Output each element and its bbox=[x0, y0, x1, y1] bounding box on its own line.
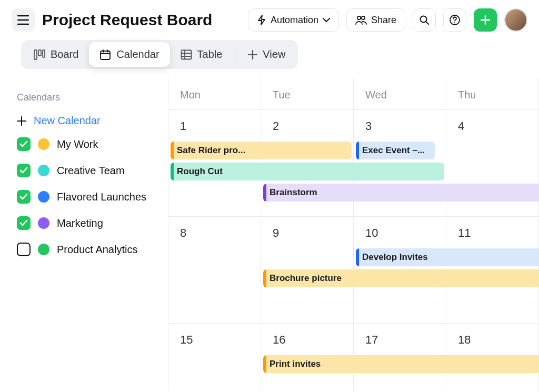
tab-add-view[interactable]: View bbox=[237, 42, 296, 67]
event-label: Print invites bbox=[270, 359, 321, 369]
day-number: 8 bbox=[180, 226, 249, 240]
day-header: Thu bbox=[446, 78, 539, 109]
lightning-icon bbox=[257, 15, 266, 25]
day-number: 11 bbox=[458, 226, 527, 240]
share-button[interactable]: Share bbox=[346, 8, 405, 32]
day-number: 1 bbox=[180, 119, 249, 133]
svg-rect-8 bbox=[101, 51, 110, 59]
table-icon bbox=[181, 49, 192, 60]
day-number: 10 bbox=[365, 226, 434, 240]
menu-button[interactable] bbox=[12, 8, 35, 32]
help-icon bbox=[449, 14, 461, 26]
new-calendar-label: New Calendar bbox=[34, 115, 101, 127]
color-dot bbox=[38, 138, 49, 150]
svg-point-2 bbox=[421, 16, 427, 23]
color-dot bbox=[38, 217, 49, 229]
checkbox[interactable] bbox=[17, 137, 31, 151]
day-header: Mon bbox=[168, 78, 261, 109]
event-label: Brochure picture bbox=[270, 273, 342, 284]
tab-board[interactable]: Board bbox=[23, 42, 89, 67]
event-stripe bbox=[171, 163, 174, 180]
event-label: Exec Event –... bbox=[362, 145, 425, 156]
calendar-filter-label: Flavored Launches bbox=[57, 191, 146, 203]
tab-separator bbox=[235, 47, 235, 63]
calendar-day-cell[interactable]: 8 bbox=[168, 217, 261, 323]
event-label: Rough Cut bbox=[177, 166, 223, 177]
sidebar: Calendars New Calendar My WorkCreative T… bbox=[0, 78, 168, 391]
calendar-week: 1234Safe Rider pro...Exec Event –...Roug… bbox=[168, 110, 539, 217]
automation-label: Automation bbox=[271, 15, 318, 26]
tab-table[interactable]: Table bbox=[170, 42, 233, 67]
event-bar[interactable]: Rough Cut bbox=[171, 163, 444, 180]
event-bar[interactable]: Develop Invites bbox=[356, 248, 539, 266]
calendar-day-cell[interactable]: 15 bbox=[168, 324, 261, 391]
day-header: Tue bbox=[261, 78, 354, 109]
day-number: 2 bbox=[273, 119, 342, 133]
event-bar[interactable]: Brochure picture bbox=[263, 269, 539, 287]
search-icon bbox=[419, 15, 430, 25]
day-number: 17 bbox=[365, 333, 434, 347]
event-stripe bbox=[263, 184, 266, 202]
day-header: Wed bbox=[354, 78, 446, 109]
people-icon bbox=[355, 15, 367, 25]
new-calendar-button[interactable]: New Calendar bbox=[17, 110, 154, 131]
tab-calendar[interactable]: Calendar bbox=[89, 42, 169, 67]
event-bar[interactable]: Brainstorm bbox=[263, 184, 539, 202]
plus-icon bbox=[17, 116, 26, 126]
help-button[interactable] bbox=[443, 8, 466, 32]
svg-rect-6 bbox=[38, 50, 41, 56]
plus-icon bbox=[248, 50, 257, 59]
svg-point-4 bbox=[454, 22, 455, 23]
day-number: 18 bbox=[458, 333, 527, 347]
calendar-filter-item[interactable]: Product Analytics bbox=[17, 236, 154, 263]
check-icon bbox=[19, 167, 28, 174]
add-button[interactable] bbox=[474, 8, 497, 32]
check-icon bbox=[19, 220, 28, 226]
search-button[interactable] bbox=[413, 8, 436, 32]
calendar-filter-item[interactable]: Creative Team bbox=[17, 157, 154, 184]
check-icon bbox=[19, 194, 28, 200]
color-dot bbox=[38, 191, 49, 203]
tab-label: Table bbox=[197, 48, 223, 61]
svg-rect-9 bbox=[181, 50, 191, 59]
calendar-filter-label: Creative Team bbox=[57, 165, 125, 177]
calendar-grid: MonTueWedThu 1234Safe Rider pro...Exec E… bbox=[168, 78, 539, 391]
hamburger-icon bbox=[17, 15, 29, 25]
svg-point-0 bbox=[357, 16, 361, 19]
calendar-week: 15161718Print invites bbox=[168, 324, 539, 391]
calendar-week: 891011Develop InvitesBrochure picture bbox=[168, 217, 539, 324]
event-stripe bbox=[263, 269, 266, 287]
calendar-filter-label: Marketing bbox=[57, 217, 103, 229]
checkbox[interactable] bbox=[17, 243, 31, 256]
page-title: Project Request Board bbox=[42, 11, 241, 29]
day-number: 15 bbox=[180, 333, 249, 347]
avatar[interactable] bbox=[504, 8, 527, 32]
calendar-filter-item[interactable]: Marketing bbox=[17, 210, 154, 236]
calendar-filter-label: My Work bbox=[57, 138, 98, 150]
automation-button[interactable]: Automation bbox=[248, 8, 339, 32]
sidebar-heading: Calendars bbox=[17, 92, 154, 103]
board-icon bbox=[34, 49, 45, 60]
tab-label: Board bbox=[51, 48, 78, 61]
checkbox[interactable] bbox=[17, 216, 31, 230]
event-bar[interactable]: Print invites bbox=[263, 355, 539, 373]
event-stripe bbox=[356, 248, 359, 266]
calendar-icon bbox=[99, 49, 111, 61]
tab-label: Calendar bbox=[116, 48, 159, 61]
day-number: 4 bbox=[458, 119, 527, 133]
event-stripe bbox=[171, 142, 174, 159]
checkbox[interactable] bbox=[17, 164, 31, 177]
event-bar[interactable]: Exec Event –... bbox=[356, 142, 435, 159]
chevron-down-icon bbox=[323, 18, 330, 23]
checkbox[interactable] bbox=[17, 190, 31, 204]
color-dot bbox=[38, 244, 49, 255]
event-label: Develop Invites bbox=[362, 252, 428, 263]
calendar-filter-item[interactable]: My Work bbox=[17, 131, 154, 157]
calendar-filter-item[interactable]: Flavored Launches bbox=[17, 184, 154, 210]
event-label: Brainstorm bbox=[270, 187, 317, 198]
day-number: 16 bbox=[273, 333, 342, 347]
event-bar[interactable]: Safe Rider pro... bbox=[171, 142, 352, 159]
check-icon bbox=[19, 141, 28, 147]
svg-rect-7 bbox=[43, 50, 45, 57]
svg-point-1 bbox=[362, 16, 365, 19]
